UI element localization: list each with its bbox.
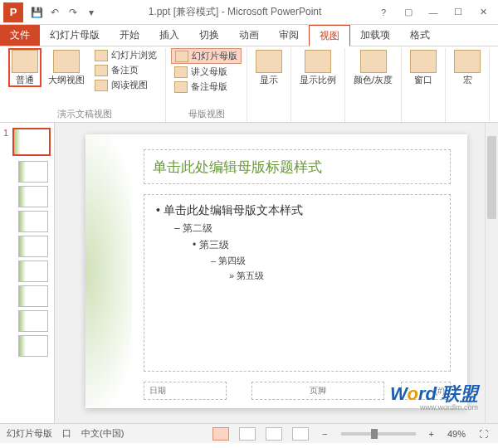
notes-master-button[interactable]: 备注母版: [171, 80, 242, 94]
reading-view-button[interactable]: 阅读视图: [91, 78, 160, 92]
status-lang-icon[interactable]: 口: [62, 427, 71, 440]
zoom-level[interactable]: 49%: [447, 429, 466, 439]
workspace: 1 单击此处编辑母版标题样式 单击此处编辑母版文本样式 第二级 第三级 第四级 …: [0, 123, 498, 423]
tab-view[interactable]: 视图: [309, 25, 350, 46]
scrollbar-thumb[interactable]: [487, 136, 496, 219]
zoom-out-button[interactable]: −: [319, 429, 330, 439]
tab-insert[interactable]: 插入: [149, 25, 189, 46]
window-button[interactable]: 窗口: [407, 48, 440, 87]
tab-transitions[interactable]: 切换: [189, 25, 229, 46]
footer-placeholder[interactable]: 页脚: [251, 382, 384, 400]
layout-thumbnail[interactable]: [18, 335, 48, 357]
master-slide[interactable]: 单击此处编辑母版标题样式 单击此处编辑母版文本样式 第二级 第三级 第四级 第五…: [85, 134, 467, 408]
group-color-grayscale: 颜色/灰度: [345, 48, 402, 122]
handout-master-icon: [174, 66, 188, 78]
macros-icon: [454, 50, 481, 73]
color-grayscale-button[interactable]: 颜色/灰度: [350, 48, 396, 87]
window-icon: [410, 50, 437, 73]
group-zoom: 显示比例: [291, 48, 345, 122]
tab-addins[interactable]: 加载项: [350, 25, 400, 46]
status-normal-view-icon[interactable]: [212, 427, 229, 441]
layout-thumbnail[interactable]: [18, 236, 48, 257]
handout-master-button[interactable]: 讲义母版: [171, 65, 242, 79]
group-show: 显示: [247, 48, 291, 122]
statusbar: 幻灯片母版 口 中文(中国) − + 49% ⛶: [0, 423, 498, 443]
outline-view-icon: [53, 50, 80, 73]
watermark: Word 联盟 www.wordlm.com: [390, 382, 478, 411]
group-master-views: 幻灯片母版 讲义母版 备注母版 母版视图: [166, 48, 247, 122]
thumbnail-panel: 1: [0, 123, 55, 423]
status-slideshow-icon[interactable]: [292, 427, 309, 441]
notes-page-button[interactable]: 备注页: [91, 63, 160, 77]
status-mode: 幻灯片母版: [7, 427, 52, 440]
tab-animations[interactable]: 动画: [229, 25, 269, 46]
zoom-button[interactable]: 显示比例: [296, 48, 339, 87]
slide-master-button[interactable]: 幻灯片母版: [171, 48, 242, 64]
tab-file[interactable]: 文件: [0, 25, 40, 46]
reading-view-icon: [95, 80, 108, 91]
outline-view-button[interactable]: 大纲视图: [45, 48, 88, 87]
ruler-icon: [256, 50, 282, 73]
minimize-icon[interactable]: —: [422, 4, 445, 21]
qat-customize-icon[interactable]: ▾: [85, 6, 98, 19]
status-sorter-view-icon[interactable]: [239, 427, 256, 441]
titlebar: P 💾 ↶ ↷ ▾ 1.ppt [兼容模式] - Microsoft Power…: [0, 0, 498, 25]
status-reading-view-icon[interactable]: [266, 427, 282, 441]
title-placeholder[interactable]: 单击此处编辑母版标题样式: [144, 149, 451, 184]
master-thumbnail[interactable]: [12, 128, 51, 156]
normal-view-button[interactable]: 普通: [8, 48, 42, 87]
vertical-scrollbar[interactable]: [485, 123, 498, 423]
layout-thumbnail[interactable]: [18, 261, 48, 282]
zoom-slider[interactable]: [341, 432, 416, 436]
group-macros: 宏: [446, 48, 490, 122]
zoom-in-button[interactable]: +: [426, 429, 437, 439]
layout-thumbnail[interactable]: [18, 186, 48, 207]
ribbon: 普通 大纲视图 幻灯片浏览 备注页 阅读视图 演示文稿视图 幻灯片母版 讲义母版…: [0, 46, 498, 123]
normal-view-icon: [12, 50, 38, 73]
group-presentation-views: 普通 大纲视图 幻灯片浏览 备注页 阅读视图 演示文稿视图: [3, 48, 166, 122]
tab-home[interactable]: 开始: [110, 25, 149, 46]
save-icon[interactable]: 💾: [30, 6, 43, 19]
window-title: 1.ppt [兼容模式] - Microsoft PowerPoint: [98, 5, 372, 19]
fit-to-window-icon[interactable]: ⛶: [476, 429, 491, 439]
quick-access-toolbar: 💾 ↶ ↷ ▾: [30, 6, 98, 19]
layout-thumbnail[interactable]: [18, 161, 48, 183]
zoom-icon: [305, 50, 331, 73]
tab-slide-master[interactable]: 幻灯片母版: [40, 25, 110, 46]
layout-thumbnail[interactable]: [18, 310, 48, 332]
layout-thumbnail[interactable]: [18, 285, 48, 307]
app-icon: P: [3, 2, 23, 22]
layout-thumbnail[interactable]: [18, 211, 48, 232]
body-placeholder[interactable]: 单击此处编辑母版文本样式 第二级 第三级 第四级 第五级: [144, 194, 451, 372]
slide-sorter-button[interactable]: 幻灯片浏览: [91, 48, 160, 62]
ribbon-tabs: 文件 幻灯片母版 开始 插入 切换 动画 审阅 视图 加载项 格式: [0, 25, 498, 46]
date-placeholder[interactable]: 日期: [144, 382, 227, 400]
tab-review[interactable]: 审阅: [269, 25, 309, 46]
slide-canvas: 单击此处编辑母版标题样式 单击此处编辑母版文本样式 第二级 第三级 第四级 第五…: [55, 123, 498, 423]
slide-background-accent: [85, 134, 132, 408]
undo-icon[interactable]: ↶: [48, 6, 61, 19]
close-icon[interactable]: ✕: [471, 4, 495, 21]
help-icon[interactable]: ?: [372, 4, 395, 21]
slide-sorter-icon: [95, 50, 108, 61]
show-button[interactable]: 显示: [252, 48, 286, 87]
master-index: 1: [3, 128, 10, 138]
group-window: 窗口: [402, 48, 446, 122]
tab-format[interactable]: 格式: [400, 25, 440, 46]
color-icon: [360, 50, 387, 73]
zoom-slider-handle[interactable]: [371, 429, 378, 439]
status-language[interactable]: 中文(中国): [81, 427, 124, 440]
ribbon-options-icon[interactable]: ▢: [397, 4, 420, 21]
maximize-icon[interactable]: ☐: [447, 4, 470, 21]
macros-button[interactable]: 宏: [451, 48, 484, 87]
notes-master-icon: [174, 81, 188, 93]
redo-icon[interactable]: ↷: [66, 6, 80, 19]
notes-page-icon: [95, 65, 108, 76]
slide-master-icon: [175, 51, 188, 62]
